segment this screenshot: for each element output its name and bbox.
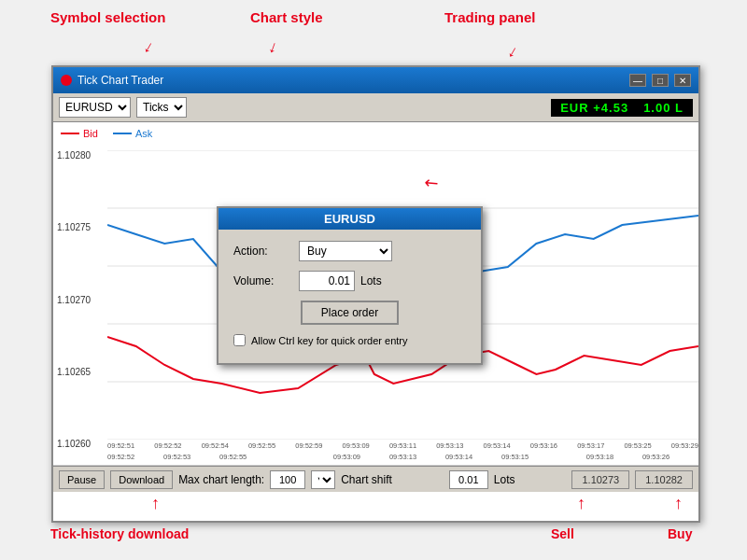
lot-display: 1.00 L	[643, 101, 684, 115]
lots-label: Lots	[360, 274, 382, 287]
minimize-button[interactable]: —	[629, 74, 646, 87]
symbol-select[interactable]: EURUSD GBPUSD USDJPY	[59, 97, 131, 118]
ask-line-icon	[113, 133, 132, 134]
symbol-arrow-icon: ↓	[140, 36, 157, 58]
pause-button[interactable]: Pause	[59, 470, 105, 489]
action-row: Action: Buy Sell	[233, 241, 466, 261]
sell-arrow-icon: ↑	[577, 494, 585, 513]
legend-ask: Ask	[113, 128, 152, 139]
window-icon	[61, 75, 72, 86]
max-chart-length-input[interactable]	[270, 470, 305, 489]
modal-body: Action: Buy Sell Volume: Lots Place orde…	[218, 230, 481, 363]
window-title: Tick Chart Trader	[78, 74, 629, 87]
max-chart-length-select[interactable]: ▼	[311, 470, 335, 489]
trading-modal: EURUSD Action: Buy Sell Volume: Lots	[217, 206, 483, 365]
titlebar: Tick Chart Trader — □ ✕	[53, 67, 698, 93]
main-window: Tick Chart Trader — □ ✕ EURUSD GBPUSD US…	[51, 65, 700, 523]
chart-shift-label: Chart shift	[341, 473, 392, 486]
max-chart-length-label: Max chart length:	[178, 473, 264, 486]
tick-history-label: Tick-history download	[50, 526, 189, 541]
trading-panel-label: Trading panel	[444, 9, 536, 25]
buy-price: 1.10282	[645, 474, 683, 485]
action-label: Action:	[233, 245, 299, 258]
chart-style-label: Chart style	[250, 9, 323, 25]
chart-style-select[interactable]: Ticks Line Bar	[136, 97, 187, 118]
sell-price: 1.10273	[582, 474, 619, 485]
volume-row: Volume: Lots	[233, 271, 466, 291]
ctrl-key-checkbox[interactable]	[233, 334, 246, 346]
buy-annotation-label: Buy	[668, 526, 692, 541]
window-controls: — □ ✕	[629, 74, 691, 87]
bottom-lots-label: Lots	[494, 473, 515, 486]
toolbar: EURUSD GBPUSD USDJPY Ticks Line Bar EUR …	[53, 93, 698, 122]
chart-legend: Bid Ask	[61, 128, 152, 139]
download-arrow-icon: ↑	[151, 494, 160, 513]
checkbox-row: Allow Ctrl key for quick order entry	[233, 334, 466, 352]
pnl-display: EUR +4.53	[560, 101, 628, 115]
action-select[interactable]: Buy Sell	[299, 241, 392, 261]
buy-arrow-icon: ↑	[674, 494, 683, 513]
legend-bid: Bid	[61, 128, 98, 139]
modal-title: EURUSD	[218, 208, 481, 230]
trading-panel-display: EUR +4.53 1.00 L	[551, 99, 693, 117]
x-labels-row2: 09:52:52 09:52:53 09:52:55 09:53:09 09:5…	[107, 453, 698, 461]
chart-area: Bid Ask 1.10280 1.10275 1.10270	[53, 122, 698, 466]
lot-size-input[interactable]	[449, 470, 488, 489]
sell-button[interactable]: 1.10273	[571, 470, 629, 489]
volume-input[interactable]	[299, 271, 355, 291]
bid-line-icon	[61, 133, 79, 134]
maximize-button[interactable]: □	[652, 74, 669, 87]
place-order-button[interactable]: Place order	[301, 301, 399, 325]
chart-style-arrow-icon: ↓	[266, 36, 281, 58]
bottom-bar: Pause Download Max chart length: ▼ Chart…	[53, 466, 698, 492]
sell-annotation-label: Sell	[551, 526, 574, 541]
x-labels-row1: 09:52:51 09:52:52 09:52:54 09:52:55 09:5…	[107, 441, 698, 450]
trading-panel-arrow-icon: ↓	[504, 41, 521, 63]
buy-button[interactable]: 1.10282	[635, 470, 693, 489]
chart-y-labels: 1.10280 1.10275 1.10270 1.10265 1.10260	[53, 150, 109, 449]
close-button[interactable]: ✕	[674, 74, 691, 87]
download-button[interactable]: Download	[110, 470, 173, 489]
ctrl-key-label: Allow Ctrl key for quick order entry	[251, 335, 408, 346]
symbol-selection-label: Symbol selection	[50, 9, 165, 25]
volume-label: Volume:	[233, 274, 299, 287]
